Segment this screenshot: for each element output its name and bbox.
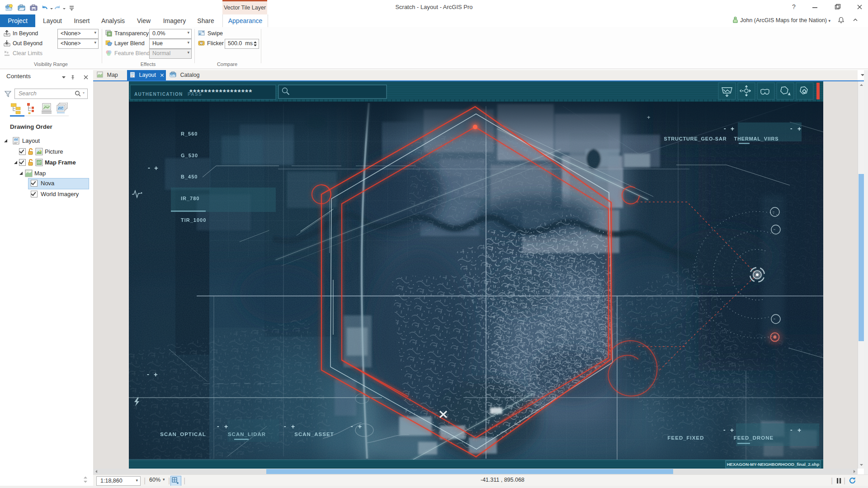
svg-text:SCAN_OPTICAL: SCAN_OPTICAL: [160, 432, 206, 437]
svg-text:TIR_1000: TIR_1000: [181, 217, 206, 223]
svg-text:G_530: G_530: [181, 153, 198, 158]
svg-text:R_560: R_560: [181, 131, 198, 136]
svg-text:+: +: [358, 423, 362, 430]
svg-text:-: -: [217, 422, 219, 430]
svg-text:+: +: [291, 423, 295, 430]
svg-text:-: -: [148, 164, 150, 171]
svg-text:THERMAL_VIIRS: THERMAL_VIIRS: [734, 136, 778, 141]
svg-text:+: +: [731, 125, 734, 132]
svg-text:+: +: [224, 423, 228, 430]
svg-text:+: +: [154, 164, 158, 172]
svg-text:+: +: [797, 427, 801, 434]
svg-text:-: -: [790, 426, 793, 433]
svg-text:+: +: [154, 371, 158, 378]
svg-text:-: -: [723, 426, 726, 433]
svg-text:HEXAGON-MY-NEIGHBORHOOD_final_: HEXAGON-MY-NEIGHBORHOOD_final_2.shp: [727, 462, 820, 467]
svg-text:B_450: B_450: [181, 174, 198, 179]
svg-text:-: -: [351, 422, 353, 430]
svg-text:-: -: [284, 422, 286, 430]
svg-text:+: +: [492, 314, 496, 320]
svg-text:AUTHENTICATION: AUTHENTICATION: [134, 92, 183, 97]
svg-text:+: +: [730, 427, 734, 434]
svg-text:+: +: [797, 125, 801, 132]
svg-text:-: -: [790, 125, 793, 132]
svg-text:STRUCTURE_GEO-SAR: STRUCTURE_GEO-SAR: [664, 136, 727, 141]
svg-text:SCAN_ASSET: SCAN_ASSET: [294, 432, 334, 437]
svg-text:-: -: [724, 125, 726, 132]
svg-text:-: -: [147, 370, 149, 378]
svg-text:FEED_FIXED: FEED_FIXED: [668, 435, 704, 441]
svg-text:FEED_DRONE: FEED_DRONE: [734, 435, 774, 441]
svg-text:+: +: [647, 114, 651, 121]
svg-text:IR_780: IR_780: [181, 196, 199, 201]
svg-text:*****************: *****************: [189, 88, 253, 97]
